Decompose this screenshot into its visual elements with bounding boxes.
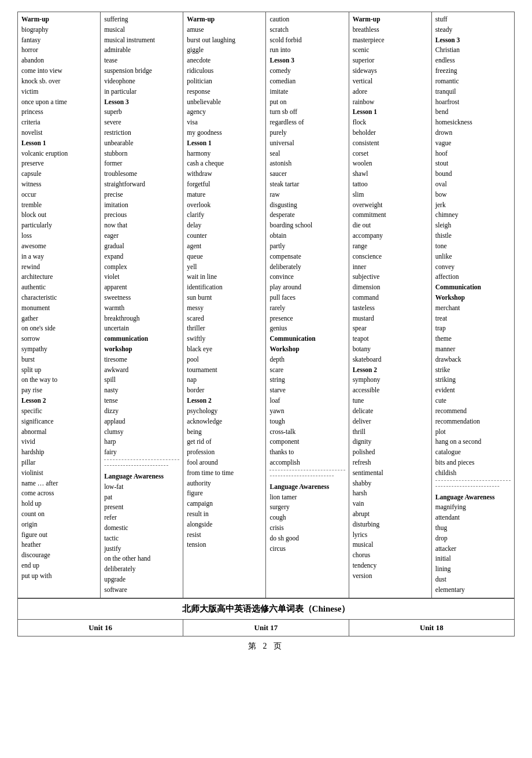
list-item: nap xyxy=(187,375,262,385)
list-item: gather xyxy=(21,314,97,324)
list-item: string xyxy=(269,375,345,385)
list-item: plot xyxy=(435,427,511,437)
list-item: dizzy xyxy=(104,406,179,417)
unit-18-label: Unit 18 xyxy=(349,619,514,636)
list-item: gradual xyxy=(104,241,179,252)
list-item: significance xyxy=(21,417,97,427)
list-item: sun burnt xyxy=(187,293,262,303)
list-item: messy xyxy=(187,303,262,314)
list-item: Lesson 2 xyxy=(353,365,428,376)
list-item: delay xyxy=(187,220,262,231)
list-item: refresh xyxy=(353,458,428,468)
list-item: result in xyxy=(187,509,262,520)
list-item: princess xyxy=(21,107,97,117)
list-item: tough xyxy=(269,417,345,427)
list-item: subjective xyxy=(353,272,428,282)
list-item: accessible xyxy=(353,385,428,396)
list-item: depth xyxy=(269,355,345,365)
list-item: abandon xyxy=(21,56,97,66)
list-item: surgery xyxy=(269,502,345,513)
list-item: harsh xyxy=(353,488,428,499)
list-item: masterpiece xyxy=(353,35,428,46)
list-item: anecdote xyxy=(187,56,262,66)
list-item: expand xyxy=(104,252,179,262)
list-item: saucer xyxy=(269,169,345,179)
list-item: rewind xyxy=(21,262,97,273)
list-item: tasteless xyxy=(353,303,428,314)
list-item: applaud xyxy=(104,417,179,427)
footer-title-row: 北师大版高中英语选修六单词表（Chinese） xyxy=(18,598,515,619)
list-item: end up xyxy=(21,561,97,571)
list-item: range xyxy=(353,241,428,252)
list-item: presence xyxy=(269,314,345,324)
list-item: musical instrument xyxy=(104,35,179,46)
list-item: ------------------------ xyxy=(269,470,345,480)
list-item: deliberately xyxy=(104,564,179,575)
list-item: dimension xyxy=(353,282,428,293)
list-item: nasty xyxy=(104,385,179,396)
list-item: stubborn xyxy=(104,149,179,159)
list-item: precious xyxy=(104,210,179,220)
list-item: circus xyxy=(269,544,345,554)
list-item: romantic xyxy=(435,76,511,87)
page-container: Warm-upbiographyfantasyhorrorabandoncome… xyxy=(0,0,532,662)
list-item: yell xyxy=(187,262,262,273)
list-item: striking xyxy=(435,375,511,385)
list-item: origin xyxy=(21,520,97,530)
list-item: caution xyxy=(269,14,345,25)
list-item: tournament xyxy=(187,365,262,376)
list-item: domestic xyxy=(104,523,179,533)
list-item: pay rise xyxy=(21,385,97,396)
list-item: counter xyxy=(187,231,262,241)
list-item: severe xyxy=(104,117,179,128)
list-item: sympathy xyxy=(21,344,97,355)
list-item: characteristic xyxy=(21,293,97,303)
list-item: dust xyxy=(435,575,511,585)
list-item: tiresome xyxy=(104,355,179,365)
list-item: withdraw xyxy=(187,169,262,179)
list-item: lining xyxy=(435,564,511,575)
list-item: resist xyxy=(187,530,262,540)
list-item: steak tartar xyxy=(269,179,345,190)
list-item: vain xyxy=(353,499,428,509)
list-item: ridiculous xyxy=(187,66,262,76)
list-item: communication xyxy=(104,334,179,344)
word-column-6: stuffsteadyLesson 3Christianendlessfreez… xyxy=(431,12,514,598)
list-item: Lesson 1 xyxy=(187,138,262,149)
list-item: adore xyxy=(353,87,428,97)
list-item: specific xyxy=(21,406,97,417)
list-item: superb xyxy=(104,107,179,117)
list-item: version xyxy=(353,571,428,582)
list-item: homesickness xyxy=(435,117,511,128)
list-item: affection xyxy=(435,272,511,282)
list-item: theme xyxy=(435,334,511,344)
list-item: cute xyxy=(435,396,511,406)
list-item: shawl xyxy=(353,169,428,179)
list-item: recommend xyxy=(435,406,511,417)
list-item: identification xyxy=(187,282,262,293)
list-item: vertical xyxy=(353,76,428,87)
list-item: purely xyxy=(269,128,345,138)
list-item: overlook xyxy=(187,200,262,211)
list-item: botany xyxy=(353,344,428,355)
list-item: merchant xyxy=(435,303,511,314)
list-item: fantasy xyxy=(21,35,97,46)
list-item: run into xyxy=(269,45,345,56)
list-item: sorrow xyxy=(21,334,97,344)
list-item: get rid of xyxy=(187,437,262,447)
list-item: cross-talk xyxy=(269,427,345,437)
list-item: seal xyxy=(269,149,345,159)
list-item: desperate xyxy=(269,210,345,220)
list-item: freezing xyxy=(435,66,511,76)
list-item: authentic xyxy=(21,282,97,293)
list-item: Warm-up xyxy=(353,14,428,25)
list-item: awkward xyxy=(104,365,179,376)
list-item: split up xyxy=(21,365,97,376)
list-item: agent xyxy=(187,241,262,252)
list-item: breakthrough xyxy=(104,314,179,324)
unit-17-label: Unit 17 xyxy=(183,619,349,636)
list-item: flock xyxy=(353,117,428,128)
list-item: warmth xyxy=(104,303,179,314)
list-item: die out xyxy=(353,220,428,231)
list-item: harp xyxy=(104,437,179,447)
